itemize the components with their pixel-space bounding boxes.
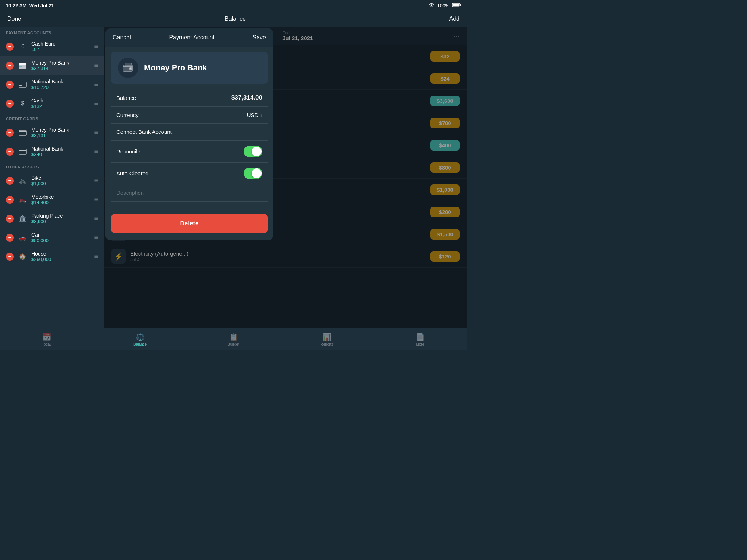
bike-info: Bike $1,000 [31,175,91,186]
cash-euro-info: Cash Euro €97 [31,41,91,52]
account-item-bike[interactable]: 🚲 Bike $1,000 ≡ [0,171,104,190]
tab-icon: 📋 [229,332,238,341]
description-row[interactable]: Description [111,184,268,202]
tab-label: Balance [133,342,147,346]
delete-money-pro-bank-btn[interactable] [6,62,14,70]
drag-handle-9[interactable]: ≡ [94,215,98,222]
delete-motorbike-btn[interactable] [6,196,14,204]
account-item-money-pro-bank[interactable]: Money Pro Bank $37,314 ≡ [0,56,104,75]
connect-bank-label: Connect Bank Account [116,129,172,135]
chevron-icon: › [260,112,262,118]
drag-handle-4[interactable]: ≡ [94,100,98,107]
wifi-icon [429,3,434,8]
account-item-motorbike[interactable]: 🏍️ Motorbike $14,400 ≡ [0,190,104,209]
motorbike-icon: 🏍️ [18,195,28,205]
delete-account-button[interactable]: Delete [111,214,268,233]
svg-rect-11 [19,149,26,154]
tab-balance[interactable]: ⚖️ Balance [93,332,187,346]
modal-cancel-button[interactable]: Cancel [113,34,131,41]
svg-rect-3 [453,4,460,6]
top-nav: Done Balance Add [0,11,467,27]
delete-cc-national-btn[interactable] [6,148,14,156]
house-name: House [31,251,91,257]
delete-cc-money-pro-btn[interactable] [6,129,14,137]
reconcile-toggle[interactable] [244,146,262,157]
drag-handle-6[interactable]: ≡ [94,148,98,155]
account-item-cash[interactable]: $ Cash $132 ≡ [0,94,104,113]
delete-cash-btn[interactable] [6,100,14,108]
reconcile-row[interactable]: Reconcile [111,141,268,163]
drag-handle-10[interactable]: ≡ [94,234,98,241]
account-item-parking[interactable]: 🏛️ Parking Place $8,900 ≡ [0,209,104,228]
parking-info: Parking Place $8,900 [31,213,91,224]
modal-account-name: Money Pro Bank [144,63,207,73]
national-bank-name: National Bank [31,79,91,85]
tab-reports[interactable]: 📊 Reports [280,332,374,346]
cash-value: $132 [31,104,91,109]
delete-parking-btn[interactable] [6,215,14,223]
auto-cleared-row[interactable]: Auto-Cleared [111,163,268,184]
cc-national-name: National Bank [31,146,91,152]
drag-handle-7[interactable]: ≡ [94,177,98,184]
form-section: Balance $37,314.00 Currency USD › Connec… [111,89,268,202]
tab-label: More [416,342,425,346]
drag-handle[interactable]: ≡ [94,43,98,50]
drag-handle-8[interactable]: ≡ [94,196,98,203]
cash-euro-value: €97 [31,47,91,52]
drag-handle-3[interactable]: ≡ [94,81,98,88]
delete-cash-euro-btn[interactable] [6,43,14,51]
reconcile-label: Reconcile [116,148,140,155]
modal-title: Payment Account [169,34,214,41]
account-item-cc-money-pro[interactable]: Money Pro Bank $3,131 ≡ [0,123,104,142]
other-assets-header: OTHER ASSETS [0,161,104,171]
wallet-icon [122,62,134,74]
wallet-icon-circle [118,58,138,78]
auto-cleared-toggle[interactable] [244,168,262,179]
cc-money-pro-value: $3,131 [31,133,91,138]
tab-label: Reports [320,342,333,346]
currency-row[interactable]: Currency USD › [111,107,268,124]
drag-handle-2[interactable]: ≡ [94,62,98,69]
cash-name: Cash [31,98,91,104]
tab-icon: 📅 [42,332,51,341]
svg-rect-12 [19,150,26,151]
modal-save-button[interactable]: Save [253,34,266,41]
delete-car-btn[interactable] [6,234,14,242]
balance-row[interactable]: Balance $37,314.00 [111,89,268,107]
cash-euro-name: Cash Euro [31,41,91,47]
house-info: House $260,000 [31,251,91,262]
account-item-national-bank[interactable]: National Bank $10,720 ≡ [0,75,104,94]
delete-bike-btn[interactable] [6,177,14,185]
svg-rect-5 [19,63,26,65]
main-content: PAYMENT ACCOUNTS € Cash Euro €97 ≡ Money… [0,27,467,328]
delete-national-bank-btn[interactable] [6,81,14,89]
car-icon: 🚗 [18,233,28,243]
account-item-cc-national[interactable]: National Bank $340 ≡ [0,142,104,161]
cc-national-value: $340 [31,152,91,157]
car-name: Car [31,232,91,238]
delete-house-btn[interactable] [6,253,14,261]
account-item-cash-euro[interactable]: € Cash Euro €97 ≡ [0,37,104,56]
auto-cleared-label: Auto-Cleared [116,170,148,176]
connect-bank-row[interactable]: Connect Bank Account [111,124,268,141]
account-item-car[interactable]: 🚗 Car $50,000 ≡ [0,228,104,247]
done-button[interactable]: Done [7,16,21,22]
sidebar: PAYMENT ACCOUNTS € Cash Euro €97 ≡ Money… [0,27,104,328]
currency-value: USD › [247,112,262,118]
account-item-house[interactable]: 🏠 House $260,000 ≡ [0,247,104,266]
tab-today[interactable]: 📅 Today [0,332,93,346]
cc-money-pro-info: Money Pro Bank $3,131 [31,127,91,138]
modal-header: Cancel Payment Account Save [105,28,273,47]
drag-handle-5[interactable]: ≡ [94,129,98,136]
drag-handle-11[interactable]: ≡ [94,253,98,260]
tab-more[interactable]: 📄 More [374,332,467,346]
national-bank-info: National Bank $10,720 [31,79,91,90]
parking-value: $8,900 [31,219,91,224]
cc-money-pro-name: Money Pro Bank [31,127,91,133]
svg-rect-2 [460,4,461,6]
tab-budget[interactable]: 📋 Budget [187,332,280,346]
modal-account-name-row[interactable]: Money Pro Bank [111,52,268,84]
cash-info: Cash $132 [31,98,91,109]
svg-point-0 [431,6,432,7]
add-button[interactable]: Add [449,16,460,22]
